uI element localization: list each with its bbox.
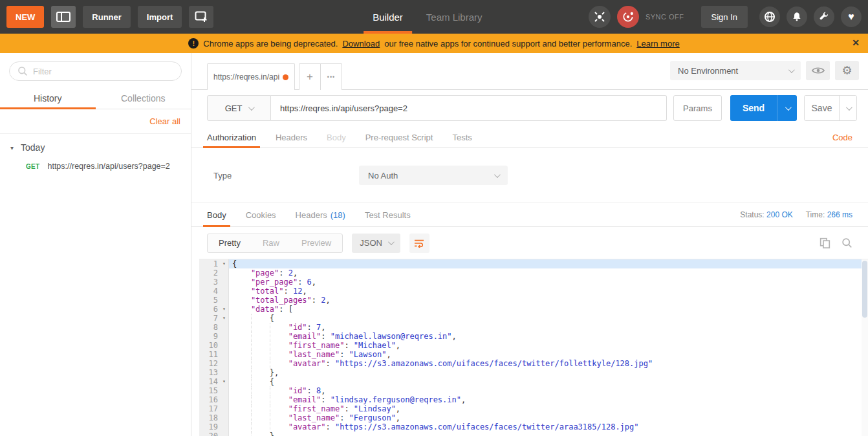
gutter: 6▾: [199, 305, 229, 314]
request-tab[interactable]: https://reqres.in/api/u: [207, 63, 295, 90]
warning-icon: !: [188, 38, 199, 49]
favorites-button[interactable]: ♥: [841, 6, 862, 27]
code-line: 3"per_page": 6,: [199, 278, 868, 287]
save-label[interactable]: Save: [805, 96, 839, 120]
import-button[interactable]: Import: [138, 6, 182, 28]
code-line: 14▾{: [199, 377, 868, 386]
code-line: 1▾{: [199, 259, 868, 268]
learn-more-link[interactable]: Learn more: [636, 39, 679, 49]
interceptor-button[interactable]: [589, 6, 611, 28]
tab-history[interactable]: History: [0, 87, 96, 109]
code-line: 11"last_name": "Lawson",: [199, 350, 868, 359]
gutter: 9: [199, 332, 229, 341]
sign-in-button[interactable]: Sign In: [701, 6, 748, 28]
tab-options-button[interactable]: •••: [320, 63, 342, 90]
tab-builder[interactable]: Builder: [373, 0, 403, 34]
copy-icon: [819, 237, 830, 248]
sync-status-label: SYNC OFF: [646, 13, 684, 21]
fold-caret-icon[interactable]: ▾: [220, 305, 228, 314]
unsaved-dot-icon: [283, 74, 288, 80]
search-icon: [17, 66, 28, 76]
tab-tests[interactable]: Tests: [452, 127, 472, 147]
filter-input[interactable]: [9, 61, 182, 81]
gutter: 7▾: [199, 314, 229, 323]
new-window-button[interactable]: [189, 6, 213, 28]
view-pretty-button[interactable]: Pretty: [208, 234, 252, 252]
add-tab-button[interactable]: +: [299, 63, 320, 90]
save-button[interactable]: Save: [804, 95, 857, 121]
fold-caret-icon[interactable]: ▾: [220, 259, 228, 268]
tab-response-body[interactable]: Body: [207, 203, 226, 226]
code-line: 16"email": "lindsay.ferguson@reqres.in",: [199, 395, 868, 404]
gutter: 11: [199, 350, 229, 359]
header-right-controls: SYNC OFF Sign In ♥: [589, 6, 862, 28]
clear-all-link[interactable]: Clear all: [0, 109, 191, 134]
runner-button[interactable]: Runner: [83, 6, 131, 28]
search-response-button[interactable]: [841, 237, 852, 248]
send-label[interactable]: Send: [730, 95, 777, 121]
save-options-button[interactable]: [839, 96, 856, 120]
settings-button[interactable]: [814, 6, 834, 27]
tab-team-library[interactable]: Team Library: [426, 0, 483, 34]
fold-caret-icon[interactable]: ▾: [220, 314, 228, 323]
method-select[interactable]: GET: [207, 95, 271, 121]
send-button[interactable]: Send: [730, 95, 797, 121]
view-preview-button[interactable]: Preview: [290, 234, 342, 252]
time-value[interactable]: 266 ms: [827, 210, 852, 219]
sidebar-toggle-button[interactable]: [51, 6, 76, 28]
editor-scrollbar[interactable]: [862, 259, 868, 436]
globe-button[interactable]: [759, 6, 780, 27]
environment-preview-button[interactable]: [806, 61, 830, 80]
url-input[interactable]: [271, 95, 667, 121]
scrollbar-thumb[interactable]: [862, 261, 867, 318]
code-line: 18"last_name": "Ferguson",: [199, 413, 868, 422]
tab-cookies[interactable]: Cookies: [246, 203, 276, 226]
send-options-button[interactable]: [777, 95, 797, 121]
response-headers-label: Headers: [296, 210, 327, 220]
eye-icon: [812, 66, 825, 75]
fold-spacer: [220, 350, 228, 359]
fold-caret-icon[interactable]: ▾: [220, 377, 228, 386]
tab-response-headers[interactable]: Headers (18): [296, 203, 345, 226]
history-group-label: Today: [21, 142, 45, 153]
gutter: 4: [199, 287, 229, 296]
deprecation-banner: ! Chrome apps are being deprecated. Down…: [0, 34, 868, 53]
copy-response-button[interactable]: [819, 237, 830, 248]
builder-pane: https://reqres.in/api/u + ••• No Environ…: [191, 53, 868, 436]
environment-settings-button[interactable]: ⚙: [835, 61, 859, 80]
tab-authorization[interactable]: Authorization: [207, 127, 256, 147]
gutter: 20: [199, 431, 229, 436]
wrap-lines-icon: [414, 239, 424, 248]
chevron-down-icon: [845, 104, 852, 111]
banner-close-icon[interactable]: ✕: [852, 38, 860, 48]
heart-icon: ♥: [848, 12, 854, 22]
generate-code-link[interactable]: Code: [832, 127, 852, 147]
sync-button[interactable]: [617, 6, 639, 28]
gutter: 2: [199, 268, 229, 278]
auth-type-select[interactable]: No Auth: [359, 166, 508, 185]
history-group-today[interactable]: ▾ Today: [0, 134, 191, 158]
download-link[interactable]: Download: [342, 39, 380, 49]
response-body-editor[interactable]: 1▾{2"page": 2,3"per_page": 6,4"total": 1…: [199, 259, 868, 436]
status-value[interactable]: 200 OK: [766, 210, 793, 219]
tab-pre-request-script[interactable]: Pre-request Script: [365, 127, 433, 147]
code-line: 19"avatar": "https://s3.amazonaws.com/ui…: [199, 422, 868, 431]
notifications-button[interactable]: [787, 6, 807, 27]
language-value: JSON: [360, 238, 382, 248]
language-select[interactable]: JSON: [352, 234, 400, 253]
tab-headers[interactable]: Headers: [276, 127, 307, 147]
new-button[interactable]: NEW: [6, 6, 44, 28]
chevron-down-icon: [388, 239, 395, 245]
environment-select[interactable]: No Environment: [670, 61, 801, 80]
history-item[interactable]: GET https://reqres.in/api/users?page=2: [0, 158, 191, 175]
tab-test-results[interactable]: Test Results: [365, 203, 411, 226]
tab-collections[interactable]: Collections: [96, 87, 191, 109]
view-raw-button[interactable]: Raw: [252, 234, 290, 252]
chevron-down-icon: [248, 104, 255, 111]
interceptor-icon: [594, 11, 605, 23]
gutter: 13: [199, 368, 229, 377]
wrap-lines-button[interactable]: [409, 234, 429, 253]
tab-body[interactable]: Body: [327, 127, 346, 147]
params-button[interactable]: Params: [673, 95, 722, 121]
history-url: https://reqres.in/api/users?page=2: [47, 162, 169, 171]
